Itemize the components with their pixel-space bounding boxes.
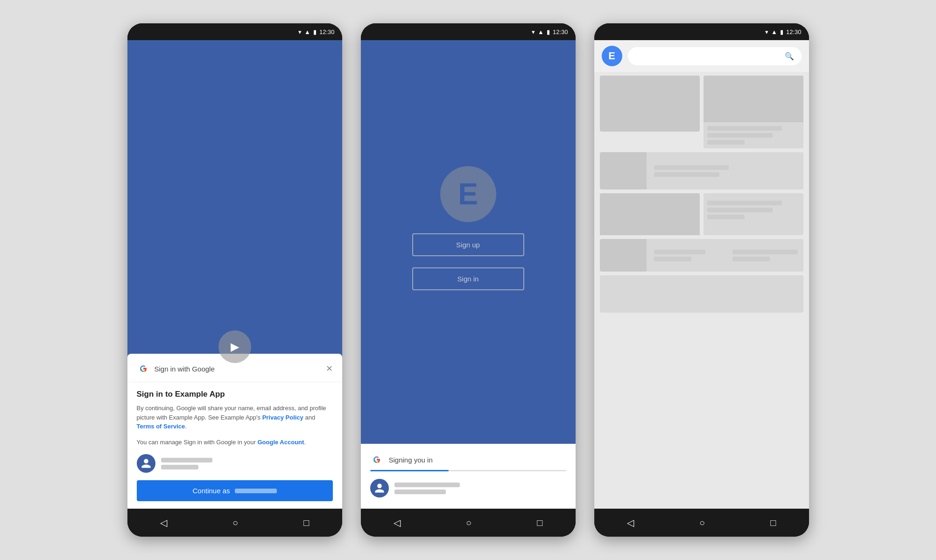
privacy-policy-link[interactable]: Privacy Policy [262,414,303,421]
sign-in-description: By continuing, Google will share your na… [137,404,333,431]
list-bar-2 [654,172,719,177]
phone-2: ▾ ▲ ▮ 12:30 E Sign up Sign in [361,23,576,537]
sign-in-title: Sign in to Example App [137,390,333,399]
list-bar-1 [654,165,729,170]
phone-1: ▾ ▲ ▮ 12:30 [127,23,342,537]
search-bar[interactable]: 🔍 [628,47,802,65]
back-icon-1[interactable]: ◁ [160,517,167,528]
back-icon-3[interactable]: ◁ [627,517,634,528]
close-button[interactable]: ✕ [326,364,333,374]
card-text-bar-1 [707,126,782,131]
wifi-icon-2: ▾ [532,28,535,35]
phone3-header: E 🔍 [594,40,809,72]
time-1: 12:30 [319,28,335,35]
card-image-1 [600,76,700,132]
card-text-bar-2 [707,133,773,138]
signal-icon: ▲ [304,28,310,35]
signing-header: Signing you in [370,453,566,466]
signal-icon-2: ▲ [538,28,544,35]
desc-text-2: and [303,414,315,421]
wifi-icon-3: ▾ [765,28,768,35]
home-icon-3[interactable]: ○ [699,518,705,528]
time-2: 12:30 [553,28,568,35]
list-text-3 [729,239,803,272]
sheet-title: Sign in with Google [155,365,215,373]
app-logo-letter: E [458,177,478,211]
sheet-body: Sign in to Example App By continuing, Go… [127,382,342,509]
back-icon-2[interactable]: ◁ [394,517,401,528]
grid-card-2 [704,76,803,148]
terms-of-service-link[interactable]: Terms of Service [137,423,185,430]
status-bar-1: ▾ ▲ ▮ 12:30 [127,23,342,40]
app-avatar-letter: E [608,50,615,62]
list3-bar-2 [732,257,770,261]
signing-sheet: Signing you in [361,444,576,509]
continue-button[interactable]: Continue as [137,480,333,501]
card-bar-4 [707,208,773,212]
google-logo-2 [370,453,383,466]
list-row-2 [600,239,803,272]
card-bar-3 [707,201,782,205]
grid-card-1 [600,76,700,132]
card-image-2 [704,76,803,122]
manage-text: You can manage Sign in with Google in yo… [137,438,333,447]
status-bar-content-3: ▾ ▲ ▮ 12:30 [765,28,801,35]
screen-3: E 🔍 [594,40,809,509]
signin-button[interactable]: Sign in [412,267,524,290]
recents-icon-1[interactable]: □ [303,518,309,528]
screen-1: Sign in with Google ✕ Sign in to Example… [127,40,342,509]
signing-title: Signing you in [389,456,433,464]
card-text-2 [704,193,803,223]
list-image-1 [600,152,647,189]
grid-card-3 [600,193,700,235]
signing-user-row [370,479,566,497]
card-text-bar-3 [707,140,745,145]
manage-prefix: You can manage Sign in with Google in yo… [137,439,258,446]
wifi-icon: ▾ [298,28,302,35]
user-row-1 [137,454,333,473]
time-3: 12:30 [786,28,802,35]
screen-2: E Sign up Sign in Signing you in [361,40,576,509]
list-text-1 [650,152,803,189]
continue-label: Continue as [192,487,230,495]
list2-bar-1 [654,250,705,254]
google-logo [137,362,150,375]
recents-icon-2[interactable]: □ [537,518,542,528]
list-text-2 [650,239,725,272]
status-bar-content-2: ▾ ▲ ▮ 12:30 [532,28,568,35]
sign-in-sheet: Sign in with Google ✕ Sign in to Example… [127,354,342,509]
battery-icon: ▮ [313,28,317,35]
full-card-1 [600,275,803,313]
progress-bar [370,470,566,471]
list2-bar-2 [654,257,691,261]
app-logo-circle: E [440,166,496,222]
recents-icon-3[interactable]: □ [770,518,776,528]
signup-button[interactable]: Sign up [412,233,524,256]
user-avatar-1 [137,454,155,473]
status-bar-2: ▾ ▲ ▮ 12:30 [361,23,576,40]
grid-row-2 [600,193,803,235]
grid-row-1 [600,76,803,148]
card-image-3 [600,193,700,235]
signing-avatar [370,479,389,497]
google-account-link[interactable]: Google Account [257,439,304,446]
phone-3: ▾ ▲ ▮ 12:30 E 🔍 [594,23,809,537]
manage-suffix: . [304,439,306,446]
continue-name-placeholder [235,489,277,493]
home-icon-1[interactable]: ○ [232,518,238,528]
list-image-2 [600,239,647,272]
play-button-hint [218,330,251,363]
useremail-placeholder [161,465,198,469]
list3-bar-1 [732,250,798,254]
status-bar-3: ▾ ▲ ▮ 12:30 [594,23,809,40]
sheet-header-left: Sign in with Google [137,362,215,375]
signing-email-placeholder [394,490,446,494]
progress-fill [370,470,449,471]
nav-bar-2: ◁ ○ □ [361,509,576,537]
app-avatar-3: E [602,46,622,66]
grid-card-4 [704,193,803,235]
user-info-1 [161,458,212,469]
content-grid [594,72,809,509]
card-bar-5 [707,215,745,219]
home-icon-2[interactable]: ○ [466,518,472,528]
